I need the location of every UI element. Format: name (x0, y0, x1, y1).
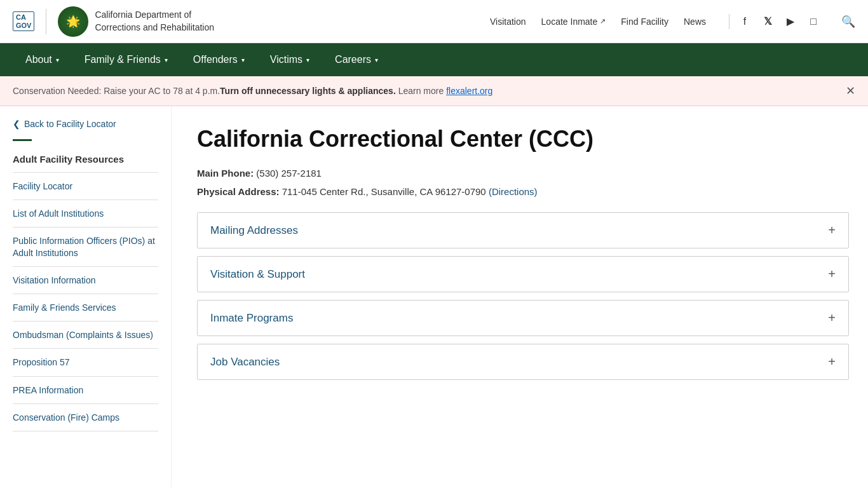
header-branding: CAGOV 🌟 California Department of Correct… (13, 6, 214, 37)
accordion-visitation-support: Visitation & Support + (197, 256, 849, 292)
accordion-job-vacancies: Job Vacancies + (197, 344, 849, 380)
alert-close-button[interactable]: ✕ (846, 84, 855, 98)
nav-careers[interactable]: Careers ▾ (322, 43, 391, 76)
youtube-icon[interactable]: ▶ (783, 14, 798, 29)
nav-offenders[interactable]: Offenders ▾ (180, 43, 257, 76)
accordion-section: Mailing Addresses + Visitation & Support… (197, 212, 849, 380)
main-layout: ❮ Back to Facility Locator Adult Facilit… (0, 106, 868, 487)
sidebar-list-adult-institutions[interactable]: List of Adult Institutions (13, 200, 158, 227)
main-content: California Correctional Center (CCC) Mai… (172, 106, 868, 487)
agency-name: California Department of Corrections and… (95, 9, 214, 34)
accordion-inmate-plus-icon: + (828, 311, 836, 325)
accordion-mailing-title: Mailing Addresses (210, 224, 298, 237)
accordion-mailing-addresses: Mailing Addresses + (197, 212, 849, 248)
header-nav-find-facility[interactable]: Find Facility (621, 17, 668, 27)
address-value: 711-045 Center Rd., Susanville, CA 96127… (282, 186, 489, 197)
header-nav: Visitation Locate Inmate ↗ Find Facility… (490, 14, 855, 29)
phone-value: (530) 257-2181 (256, 168, 322, 179)
accordion-job-title: Job Vacancies (210, 356, 280, 369)
sidebar-accent-bar (13, 139, 32, 141)
sidebar-visitation-info[interactable]: Visitation Information (13, 267, 158, 294)
about-chevron: ▾ (56, 57, 59, 64)
accordion-mailing-header[interactable]: Mailing Addresses + (198, 213, 848, 248)
instagram-icon[interactable]: □ (806, 14, 821, 29)
list-item: List of Adult Institutions (13, 200, 158, 227)
accordion-job-plus-icon: + (828, 355, 836, 369)
back-to-facility-locator-link[interactable]: ❮ Back to Facility Locator (13, 119, 158, 129)
list-item: Proposition 57 (13, 349, 158, 376)
accordion-visitation-header[interactable]: Visitation & Support + (198, 257, 848, 292)
address-label: Physical Address: (197, 186, 280, 197)
nav-family-friends[interactable]: Family & Friends ▾ (72, 43, 180, 76)
family-chevron: ▾ (165, 57, 168, 64)
page-title: California Correctional Center (CCC) (197, 125, 849, 152)
sidebar-prea[interactable]: PREA Information (13, 377, 158, 403)
header-nav-visitation[interactable]: Visitation (490, 17, 526, 27)
sidebar-ombudsman[interactable]: Ombudsman (Complaints & Issues) (13, 322, 158, 348)
list-item: Public Information Officers (PIOs) at Ad… (13, 227, 158, 266)
search-button[interactable]: 🔍 (841, 15, 855, 29)
sidebar-nav-list: Facility Locator List of Adult Instituti… (13, 172, 158, 431)
list-item: Facility Locator (13, 173, 158, 200)
list-item: Family & Friends Services (13, 294, 158, 322)
list-item: Ombudsman (Complaints & Issues) (13, 322, 158, 349)
directions-link[interactable]: (Directions) (489, 186, 538, 197)
header-nav-locate-inmate[interactable]: Locate Inmate ↗ (541, 17, 606, 27)
agency-seal: 🌟 (58, 6, 88, 37)
accordion-inmate-header[interactable]: Inmate Programs + (198, 301, 848, 336)
site-header: CAGOV 🌟 California Department of Correct… (0, 0, 868, 43)
list-item: Visitation Information (13, 267, 158, 294)
header-nav-news[interactable]: News (684, 17, 706, 27)
alert-link[interactable]: flexalert.org (446, 86, 492, 96)
sidebar-pio[interactable]: Public Information Officers (PIOs) at Ad… (13, 227, 158, 266)
ca-gov-logo[interactable]: CAGOV (13, 11, 34, 30)
alert-banner: Conservation Needed: Raise your AC to 78… (0, 76, 868, 106)
main-nav: About ▾ Family & Friends ▾ Offenders ▾ V… (0, 43, 868, 76)
nav-victims[interactable]: Victims ▾ (257, 43, 322, 76)
nav-about[interactable]: About ▾ (13, 43, 72, 76)
accordion-job-header[interactable]: Job Vacancies + (198, 344, 848, 379)
phone-row: Main Phone: (530) 257-2181 (197, 168, 849, 179)
accordion-mailing-plus-icon: + (828, 223, 836, 238)
back-chevron-icon: ❮ (13, 119, 20, 129)
accordion-inmate-programs: Inmate Programs + (197, 300, 849, 336)
sidebar-facility-locator[interactable]: Facility Locator (13, 173, 158, 200)
sidebar-heading: Adult Facility Resources (13, 154, 158, 165)
accordion-visitation-plus-icon: + (828, 267, 836, 281)
sidebar: ❮ Back to Facility Locator Adult Facilit… (0, 106, 172, 487)
twitter-icon[interactable]: 𝕏 (760, 14, 775, 29)
sidebar-fire-camps[interactable]: Conservation (Fire) Camps (13, 404, 158, 431)
sidebar-family-friends[interactable]: Family & Friends Services (13, 294, 158, 321)
careers-chevron: ▾ (375, 57, 378, 64)
victims-chevron: ▾ (306, 57, 309, 64)
phone-label: Main Phone: (197, 168, 254, 179)
list-item: Conservation (Fire) Camps (13, 404, 158, 431)
facebook-icon[interactable]: f (737, 14, 752, 29)
sidebar-prop57[interactable]: Proposition 57 (13, 349, 158, 376)
external-link-icon: ↗ (600, 17, 606, 25)
alert-text: Conservation Needed: Raise your AC to 78… (13, 86, 492, 96)
accordion-visitation-title: Visitation & Support (210, 268, 305, 281)
accordion-inmate-title: Inmate Programs (210, 312, 293, 325)
header-divider (46, 9, 46, 34)
address-row: Physical Address: 711-045 Center Rd., Su… (197, 186, 849, 197)
social-links: f 𝕏 ▶ □ (729, 14, 821, 29)
list-item: PREA Information (13, 377, 158, 404)
offenders-chevron: ▾ (241, 57, 245, 64)
